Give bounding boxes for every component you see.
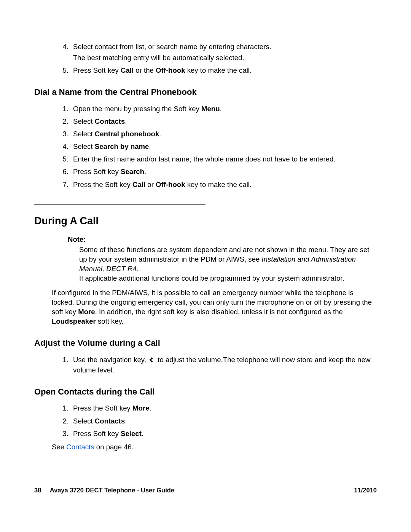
list-item: 5.Press Soft key Call or the Off-hook ke… bbox=[58, 66, 377, 75]
step-number: 7. bbox=[58, 180, 73, 189]
heading-dial-central: Dial a Name from the Central Phonebook bbox=[34, 86, 377, 98]
step-text: Enter the first name and/or last name, t… bbox=[73, 154, 377, 164]
step-text: Press Soft key Call or the Off-hook key … bbox=[73, 66, 377, 75]
step-text: Select Search by name. bbox=[73, 142, 377, 151]
heading-during-call: During A Call bbox=[34, 214, 377, 228]
step-number: 2. bbox=[58, 416, 73, 426]
step-number: 2. bbox=[58, 117, 73, 126]
step-text: Press Soft key Select. bbox=[73, 429, 377, 438]
step-text: Use the navigation key, to adjust the vo… bbox=[73, 355, 377, 375]
step-number: 1. bbox=[58, 104, 73, 113]
step-text: Press Soft key Search. bbox=[73, 167, 377, 176]
list-item: 7.Press the Soft key Call or Off-hook ke… bbox=[58, 180, 377, 189]
footer-left: 38 Avaya 3720 DECT Telephone - User Guid… bbox=[34, 487, 174, 494]
step-number: 5. bbox=[58, 66, 73, 75]
page-number: 38 bbox=[34, 487, 41, 494]
steps-open-contacts: 1.Press the Soft key More.2.Select Conta… bbox=[34, 403, 377, 438]
heading-open-contacts: Open Contacts during the Call bbox=[34, 386, 377, 398]
list-item: 2.Select Contacts. bbox=[58, 117, 377, 126]
page-body: 4.Select contact from list, or search na… bbox=[0, 0, 411, 452]
heading-adjust-volume: Adjust the Volume during a Call bbox=[34, 337, 377, 349]
navigation-key-icon bbox=[149, 356, 155, 365]
note-label: Note: bbox=[68, 235, 377, 244]
steps-dial-central: 1.Open the menu by pressing the Soft key… bbox=[34, 104, 377, 189]
step-number: 3. bbox=[58, 429, 73, 438]
list-item: 3.Select Central phonebook. bbox=[58, 129, 377, 139]
list-item: 4.Select Search by name. bbox=[58, 142, 377, 151]
steps-adjust-volume: 1.Use the navigation key, to adjust the … bbox=[34, 355, 377, 375]
note-body: Some of these functions are system depen… bbox=[68, 245, 377, 283]
list-item: 6.Press Soft key Search. bbox=[58, 167, 377, 176]
see-post: on page 46. bbox=[94, 443, 134, 451]
step-text: Press the Soft key Call or Off-hook key … bbox=[73, 180, 377, 189]
list-item: 1.Press the Soft key More. bbox=[58, 403, 377, 413]
list-item: 2.Select Contacts. bbox=[58, 416, 377, 426]
doc-title: Avaya 3720 DECT Telephone - User Guide bbox=[50, 487, 174, 494]
note-text-2: If applicable additional functions could… bbox=[79, 274, 344, 282]
step-number: 4. bbox=[58, 42, 73, 62]
list-item: 5.Enter the first name and/or last name,… bbox=[58, 154, 377, 164]
list-item: 1.Open the menu by pressing the Soft key… bbox=[58, 104, 377, 113]
see-contacts: See Contacts on page 46. bbox=[52, 442, 377, 452]
continued-steps-list: 4.Select contact from list, or search na… bbox=[34, 42, 377, 75]
footer-date: 11/2010 bbox=[354, 487, 377, 494]
step-text: Press the Soft key More. bbox=[73, 403, 377, 413]
step-text: Select Contacts. bbox=[73, 416, 377, 426]
step-number: 4. bbox=[58, 142, 73, 151]
see-pre: See bbox=[52, 443, 66, 451]
step-number: 1. bbox=[58, 355, 73, 375]
list-item: 1.Use the navigation key, to adjust the … bbox=[58, 355, 377, 375]
step-subtext: The best matching entry will be automati… bbox=[73, 53, 377, 62]
page-footer: 38 Avaya 3720 DECT Telephone - User Guid… bbox=[34, 487, 377, 494]
step-text: Select contact from list, or search name… bbox=[73, 42, 377, 62]
note-block: Note: Some of these functions are system… bbox=[68, 235, 377, 283]
step-number: 6. bbox=[58, 167, 73, 176]
step-text: Open the menu by pressing the Soft key M… bbox=[73, 104, 377, 113]
step-text: Select Central phonebook. bbox=[73, 129, 377, 139]
step-number: 1. bbox=[58, 403, 73, 413]
paragraph-emergency: If configured in the PDM/AIWS, it is pos… bbox=[52, 288, 377, 326]
step-number: 3. bbox=[58, 129, 73, 139]
step-number: 5. bbox=[58, 154, 73, 164]
step-text: Select Contacts. bbox=[73, 117, 377, 126]
list-item: 4.Select contact from list, or search na… bbox=[58, 42, 377, 62]
list-item: 3.Press Soft key Select. bbox=[58, 429, 377, 438]
contacts-link[interactable]: Contacts bbox=[66, 443, 94, 451]
section-divider bbox=[34, 204, 206, 205]
